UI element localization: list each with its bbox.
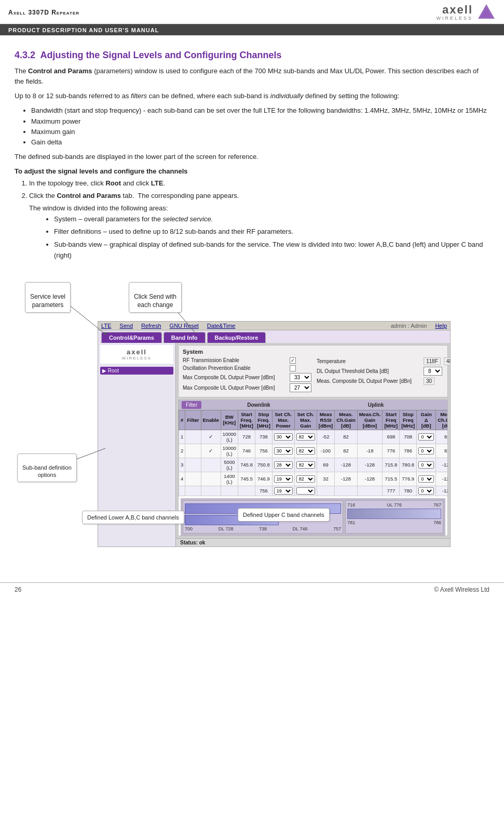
- cell-enable[interactable]: [201, 472, 221, 486]
- cell-stop: 756: [255, 444, 272, 458]
- cell-meas-ul: -128: [436, 486, 447, 496]
- filter-btn[interactable]: Filter: [182, 401, 201, 409]
- cell-enable[interactable]: ✓: [201, 430, 221, 444]
- step-1: In the topology tree, click Root and cli…: [29, 178, 489, 189]
- numbered-list: In the topology tree, click Root and cli…: [29, 178, 489, 261]
- cell-ch-gain-dbm: [357, 486, 383, 496]
- col-stop-ul: StopFreq[MHz]: [400, 410, 417, 430]
- upper-band-bar: [347, 509, 441, 519]
- para1: The Control and Params (parameters) wind…: [15, 66, 489, 87]
- tree-item-root[interactable]: ▶ Root: [100, 367, 173, 375]
- threshold-dropdown[interactable]: 8: [424, 367, 442, 376]
- bold-heading: To adjust the signal levels and configur…: [15, 167, 489, 175]
- meas-dl-label: Meas. Composite DL Output Power [dBn]: [317, 378, 420, 384]
- cell-stop-ul: 786: [400, 444, 417, 458]
- callout-click-send: Click Send with each change: [129, 282, 182, 313]
- para3: The defined sub-bands are displayed in t…: [15, 152, 489, 162]
- cell-ch-gain-dbm: -128: [357, 458, 383, 472]
- tab-control-params[interactable]: Control&Params: [101, 332, 162, 343]
- cell-delta[interactable]: 0: [417, 472, 436, 486]
- data-table: # Filter Enable BW[KHz] StartFreq.[MHz] …: [179, 410, 447, 496]
- cell-ch-gain-dl: -128: [335, 472, 357, 486]
- cell-num: 3: [179, 458, 185, 472]
- bullet-item: Maximum power: [31, 116, 489, 127]
- bullet-item: Maximum gain: [31, 127, 489, 137]
- doc-subtitle-bar: PRODUCT DESCRIPTION AND USER'S MANUAL: [0, 25, 504, 35]
- cell-ch-gain-dbm: -18: [357, 444, 383, 458]
- sidebar-logo-text: axell: [103, 348, 170, 356]
- tab-backup-restore[interactable]: Backup/Restore: [207, 332, 266, 343]
- cell-rssi: -100: [317, 444, 334, 458]
- page-content: 4.3.2 Adjusting the Signal Levels and Co…: [0, 35, 504, 572]
- cell-gain[interactable]: 82: [294, 472, 317, 486]
- system-left-fields: RF Transmission Enable ✓ Oscillation Pre…: [183, 357, 311, 394]
- cell-filter: [185, 444, 201, 458]
- filter-header: Filter Downlink Uplink: [179, 400, 447, 410]
- bullet-list: Bandwidth (start and stop frequency) - e…: [31, 105, 489, 148]
- status-text: Status: ok: [180, 540, 205, 545]
- col-enable: Enable: [201, 410, 221, 430]
- nav-send[interactable]: Send: [119, 323, 133, 329]
- col-start-freq: StartFreq.[MHz]: [238, 410, 255, 430]
- cell-filter: [185, 430, 201, 444]
- cell-power[interactable]: 30: [272, 444, 294, 458]
- dl-power-dropdown[interactable]: 33: [290, 373, 311, 382]
- label-738: 738: [259, 526, 267, 531]
- nav-datetime[interactable]: Date&Time: [207, 323, 236, 329]
- cell-power[interactable]: 19: [272, 486, 294, 496]
- ul-power-dropdown[interactable]: 27: [290, 383, 311, 392]
- downlink-label: Downlink: [247, 402, 270, 408]
- cell-stop-ul: 708: [400, 430, 417, 444]
- table-row: 2 ✓ 10000 (L) 746 756 30 82 -100: [179, 444, 448, 458]
- cell-start: 746: [238, 444, 255, 458]
- cell-meas-ul: 82: [436, 430, 447, 444]
- cell-power[interactable]: 30: [272, 430, 294, 444]
- tab-band-info[interactable]: Band Info: [164, 332, 206, 343]
- cell-enable[interactable]: ✓: [201, 444, 221, 458]
- sys-row-threshold: DL Output Threshold Delta [dB] 8: [317, 367, 450, 376]
- callout-subband-def: Sub-band definition options: [17, 454, 77, 482]
- cell-delta[interactable]: 0: [417, 486, 436, 496]
- nav-gnu-reset[interactable]: GNU Reset: [170, 323, 199, 329]
- para2: Up to 8 or 12 sub-bands referred to as f…: [15, 91, 489, 101]
- cell-power[interactable]: 19: [272, 472, 294, 486]
- sidebar-logo-sub: WIRELESS: [103, 356, 170, 361]
- callout-service-level: Service level parameters: [25, 282, 71, 313]
- cell-delta[interactable]: 0: [417, 444, 436, 458]
- cell-power[interactable]: 28: [272, 458, 294, 472]
- sidebar-logo: axell WIRELESS: [100, 345, 173, 364]
- table-row: 1 ✓ 10000 (L) 728 738 30 82 -52: [179, 430, 448, 444]
- upper-band-labels: 716 UL 776 767: [347, 502, 441, 508]
- status-bar: Status: ok: [176, 538, 450, 547]
- cell-enable[interactable]: [201, 458, 221, 472]
- upper-band-panel: 716 UL 776 767 781 786: [345, 500, 443, 534]
- cell-delta[interactable]: 0: [417, 430, 436, 444]
- label-dl728: DL 728: [219, 526, 234, 531]
- cell-gain[interactable]: 82: [294, 458, 317, 472]
- cell-bw: [221, 486, 238, 496]
- logo-subtext: WIRELESS: [436, 16, 473, 21]
- nav-refresh[interactable]: Refresh: [141, 323, 161, 329]
- col-ch-gain-dbm: Meas.Ch.Gain[dBm]: [357, 410, 383, 430]
- osc-checkbox[interactable]: [290, 365, 296, 371]
- ul-label: Max Composite UL Output Power [dBm]: [183, 385, 287, 391]
- cell-num: 2: [179, 444, 185, 458]
- cell-gain[interactable]: 82: [294, 430, 317, 444]
- logo-icon: [477, 3, 496, 22]
- cell-filter: [185, 458, 201, 472]
- cell-gain[interactable]: 82: [294, 444, 317, 458]
- cell-gain[interactable]: [294, 486, 317, 496]
- table-scroll[interactable]: # Filter Enable BW[KHz] StartFreq.[MHz] …: [179, 410, 447, 496]
- axell-logo: axell WIRELESS: [436, 4, 473, 21]
- rf-checkbox[interactable]: ✓: [290, 357, 296, 364]
- nav-help[interactable]: Help: [435, 323, 447, 329]
- nav-lte[interactable]: LTE: [101, 323, 111, 329]
- col-bw: BW[KHz]: [221, 410, 238, 430]
- cell-meas-ul: 82: [436, 444, 447, 458]
- cell-delta[interactable]: 0: [417, 458, 436, 472]
- annotation-area: Service level parameters Click Send with…: [15, 272, 489, 563]
- cell-enable[interactable]: [201, 486, 221, 496]
- cell-rssi: [317, 486, 334, 496]
- logo-text: axell: [442, 4, 473, 16]
- step2-sub: The window is divided into the following…: [29, 203, 489, 214]
